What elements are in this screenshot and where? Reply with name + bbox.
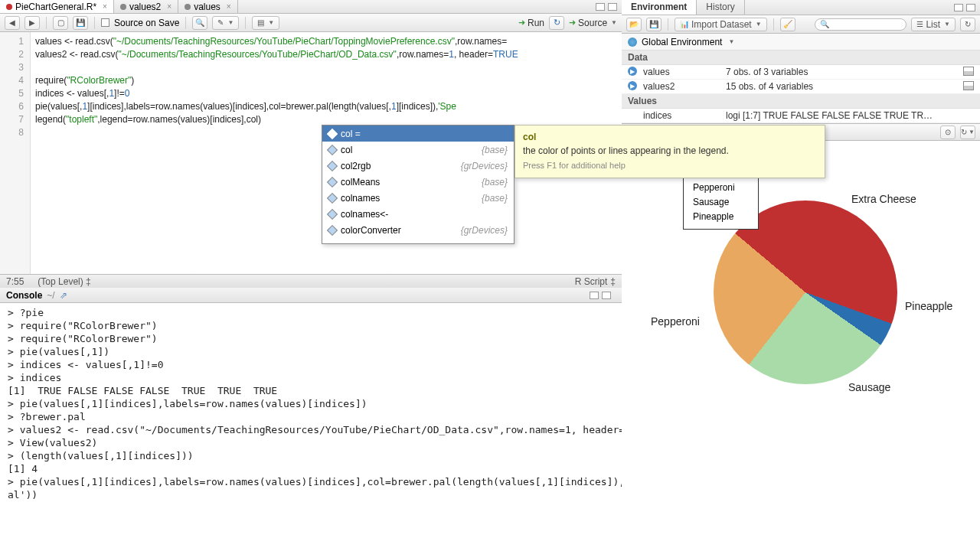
- autocomplete-help-popup: col the color of points or lines appeari…: [514, 125, 825, 178]
- env-search-input[interactable]: 🔍: [815, 18, 906, 31]
- plot-refresh-button[interactable]: ↻▼: [960, 126, 975, 139]
- report-button[interactable]: ▤▼: [252, 16, 279, 30]
- env-row-values[interactable]: ▶ values7 obs. of 3 variables: [622, 65, 980, 80]
- values-section-header: Values: [622, 94, 980, 109]
- autocomplete-item[interactable]: colMeans{base}: [322, 174, 514, 190]
- show-in-new-window-button[interactable]: ▢: [53, 16, 68, 30]
- env-toolbar: 📂 💾 📊 Import Dataset▼ 🧹 🔍 ☰ List▼ ↻: [622, 15, 980, 34]
- minimize-env-button[interactable]: [954, 4, 963, 11]
- env-row-values2[interactable]: ▶ values215 obs. of 4 variables: [622, 80, 980, 94]
- list-view-button[interactable]: ☰ List▼: [911, 18, 956, 31]
- expand-icon[interactable]: ▶: [628, 81, 637, 90]
- source-button[interactable]: ➜Source▼: [569, 18, 617, 28]
- maximize-console-button[interactable]: [602, 292, 611, 299]
- spreadsheet-icon[interactable]: [963, 81, 974, 90]
- tab-environment[interactable]: Environment: [622, 0, 697, 15]
- back-button[interactable]: ◀: [5, 16, 20, 30]
- env-row-indices[interactable]: indiceslogi [1:7] TRUE FALSE FALSE FALSE…: [622, 109, 980, 123]
- autocomplete-item[interactable]: col2rgb{grDevices}: [322, 158, 514, 174]
- forward-button[interactable]: ▶: [24, 16, 40, 30]
- plot-zoom-button[interactable]: ⊙: [940, 126, 956, 139]
- console-title: Console: [6, 290, 42, 301]
- console-path: ~/: [47, 290, 54, 301]
- source-toolbar: ◀ ▶ ▢ 💾 Source on Save 🔍 ✎▼ ▤▼ ➜Run ↻ ➜S…: [0, 14, 622, 32]
- globe-icon: [628, 37, 637, 47]
- env-pane-tabs: Environment History: [622, 0, 980, 15]
- clear-workspace-button[interactable]: 🧹: [780, 18, 795, 31]
- scope-indicator[interactable]: (Top Level) ‡: [38, 276, 90, 287]
- save-button[interactable]: 💾: [73, 16, 88, 30]
- run-button[interactable]: ➜Run: [518, 18, 544, 28]
- wand-button[interactable]: ✎▼: [212, 16, 239, 30]
- autocomplete-item[interactable]: col{base}: [322, 142, 514, 158]
- console-body[interactable]: > ?pie > require("RColorBrewer") > requi…: [0, 303, 622, 551]
- autocomplete-item[interactable]: colnames{base}: [322, 190, 514, 206]
- tab-piechartgeneral[interactable]: PieChartGeneral.R*×: [0, 0, 114, 13]
- gutter: 12345678: [0, 32, 31, 274]
- expand-icon[interactable]: ▶: [628, 67, 637, 76]
- tab-values2[interactable]: values2×: [114, 0, 178, 13]
- global-env-selector[interactable]: Global Environment▼: [622, 34, 980, 51]
- cursor-position: 7:55: [6, 276, 24, 287]
- refresh-env-button[interactable]: ↻: [960, 18, 975, 31]
- minimize-pane-button[interactable]: [596, 3, 605, 11]
- autocomplete-popup[interactable]: col =col{base}col2rgb{grDevices}colMeans…: [322, 125, 514, 244]
- close-icon[interactable]: ×: [103, 2, 107, 11]
- data-section-header: Data: [622, 51, 980, 65]
- autocomplete-item[interactable]: colorConverter{grDevices}: [322, 222, 514, 238]
- source-tabs: PieChartGeneral.R*× values2× values×: [0, 0, 622, 14]
- pie-label-pe: Pepperoni: [651, 315, 700, 328]
- autocomplete-item[interactable]: colnames<-: [322, 206, 514, 222]
- minimize-console-button[interactable]: [590, 292, 599, 299]
- close-icon[interactable]: ×: [167, 2, 172, 11]
- pie-label-ec: Extra Cheese: [851, 193, 916, 205]
- console-header: Console ~/ ⇗: [0, 288, 622, 303]
- maximize-pane-button[interactable]: [608, 3, 617, 11]
- console-link-icon[interactable]: ⇗: [60, 290, 67, 301]
- save-workspace-button[interactable]: 💾: [646, 18, 662, 31]
- import-dataset-button[interactable]: 📊 Import Dataset▼: [675, 18, 767, 31]
- filetype-indicator[interactable]: R Script: [575, 276, 608, 287]
- maximize-env-button[interactable]: [966, 4, 975, 11]
- plot-pane: ◀ ▶ ⊙ ↻▼ Extra Cheese Pepperoni Sausage …: [622, 123, 980, 551]
- tab-history[interactable]: History: [697, 0, 744, 15]
- editor-statusbar: 7:55 (Top Level) ‡ R Script ‡: [0, 274, 622, 288]
- rerun-button[interactable]: ↻: [549, 16, 564, 30]
- find-button[interactable]: 🔍: [192, 16, 207, 30]
- spreadsheet-icon[interactable]: [963, 67, 974, 76]
- source-on-save-label: Source on Save: [114, 18, 179, 28]
- source-on-save-checkbox[interactable]: [101, 18, 109, 27]
- close-icon[interactable]: ×: [227, 2, 231, 11]
- tab-values[interactable]: values×: [178, 0, 238, 13]
- pie-label-sa: Sausage: [848, 381, 890, 393]
- pie-label-pi: Pineapple: [905, 300, 952, 312]
- autocomplete-item[interactable]: col =: [322, 126, 514, 142]
- load-workspace-button[interactable]: 📂: [626, 18, 642, 31]
